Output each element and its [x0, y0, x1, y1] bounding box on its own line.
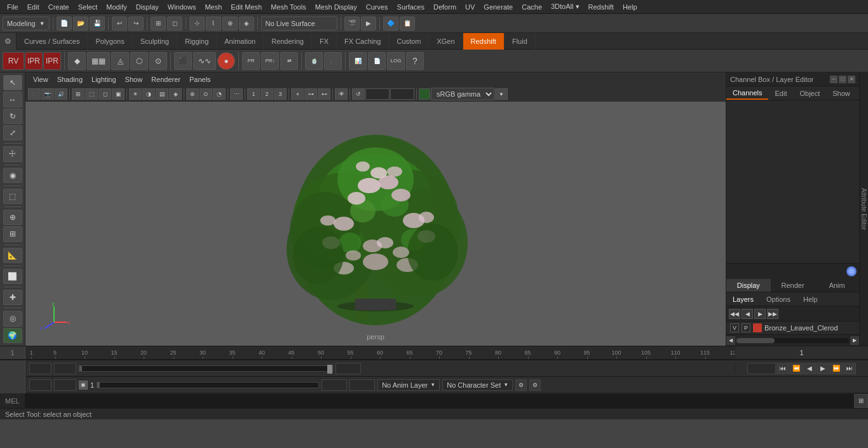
- end-frame-input[interactable]: 120: [322, 379, 347, 391]
- menu-file[interactable]: File: [3, 2, 23, 12]
- tab-rendering[interactable]: Rendering: [264, 33, 312, 50]
- tab-fx-caching[interactable]: FX Caching: [337, 33, 389, 50]
- snap-btn[interactable]: ⊕: [3, 210, 22, 225]
- channel-box-close[interactable]: ✕: [848, 76, 855, 83]
- render-settings-btn[interactable]: 🎬: [344, 17, 360, 31]
- step-forward-btn[interactable]: ⏩: [830, 363, 843, 374]
- vp-gamma-arrow[interactable]: ▼: [495, 88, 508, 100]
- scroll-thumb[interactable]: [736, 338, 775, 343]
- measure-btn[interactable]: 📐: [3, 248, 22, 263]
- vp-camera2-btn[interactable]: 📷: [41, 88, 54, 100]
- redo-btn[interactable]: ↪: [128, 17, 144, 31]
- menu-windows[interactable]: Windows: [163, 2, 201, 12]
- play-frame-input[interactable]: 1: [747, 363, 776, 374]
- second-frame-input1[interactable]: 1: [29, 379, 51, 391]
- scroll-track[interactable]: [736, 338, 849, 343]
- layers-tab-options[interactable]: Options: [760, 294, 797, 305]
- menu-mesh-display[interactable]: Mesh Display: [311, 2, 362, 12]
- current-frame-input[interactable]: 1: [29, 363, 51, 374]
- menu-3dtoall[interactable]: 3DtoAll ▾: [546, 1, 584, 12]
- tab-polygons[interactable]: Polygons: [88, 33, 132, 50]
- vp-camera-btn[interactable]: 🎥: [28, 88, 41, 100]
- attribute-editor-tab[interactable]: Attribute Editor: [859, 72, 868, 346]
- region-btn[interactable]: ⬜: [3, 269, 22, 284]
- snap-grid-btn[interactable]: ⊹: [189, 17, 205, 31]
- vp-xray-btn[interactable]: ⊕: [186, 88, 199, 100]
- frame-input2[interactable]: 1: [54, 363, 76, 374]
- marquee-btn[interactable]: ⬚: [3, 189, 22, 204]
- char-set-dropdown[interactable]: No Character Set ▼: [442, 379, 513, 391]
- scale-tool-btn[interactable]: ⤢: [3, 125, 22, 140]
- vp-shadow-btn[interactable]: ◑: [142, 88, 155, 100]
- render-btn[interactable]: ▶: [361, 17, 376, 31]
- vp-tex2-btn[interactable]: ◈: [169, 88, 182, 100]
- rs-log-btn[interactable]: LOG: [387, 52, 405, 70]
- play-forward-btn[interactable]: ▶: [817, 363, 829, 374]
- go-end-btn[interactable]: ⏭: [843, 363, 856, 374]
- second-progress-bar[interactable]: [97, 382, 319, 388]
- tab-fluid[interactable]: Fluid: [505, 33, 536, 50]
- tab-xgen[interactable]: XGen: [429, 33, 463, 50]
- gear-button[interactable]: ⚙: [0, 33, 17, 50]
- tab-redshift[interactable]: Redshift: [463, 33, 505, 50]
- disp-tab-anim[interactable]: Anim: [815, 279, 859, 292]
- menu-cache[interactable]: Cache: [517, 2, 546, 12]
- vp-grid-btn[interactable]: ⊞: [72, 88, 85, 100]
- vp-snap3-btn[interactable]: ⊷: [318, 88, 330, 100]
- snap-point-btn[interactable]: ⊕: [222, 17, 238, 31]
- layers-tab-layers[interactable]: Layers: [726, 294, 760, 305]
- menu-edit[interactable]: Edit: [23, 2, 44, 12]
- layer-visibility-btn[interactable]: V: [730, 323, 739, 332]
- channel-box-maximize[interactable]: □: [839, 76, 846, 83]
- vp-poly-btn[interactable]: ◻: [98, 88, 111, 100]
- menu-curves[interactable]: Curves: [362, 2, 393, 12]
- lasso-btn[interactable]: ◻: [167, 17, 182, 31]
- rs-pr2-btn[interactable]: PR↓: [261, 52, 279, 70]
- new-scene-btn[interactable]: 📄: [57, 17, 72, 31]
- channel-tab-edit[interactable]: Edit: [768, 88, 793, 99]
- menu-deform[interactable]: Deform: [429, 2, 461, 12]
- vp-snap2-btn[interactable]: ⊶: [304, 88, 317, 100]
- channel-tab-show[interactable]: Show: [826, 88, 857, 99]
- menu-generate[interactable]: Generate: [479, 2, 517, 12]
- layer-arrow-left1[interactable]: ◀◀: [729, 309, 740, 319]
- vp-coord1-input[interactable]: 0.00: [365, 88, 390, 100]
- menu-modify[interactable]: Modify: [102, 2, 131, 12]
- vp-res-high-btn[interactable]: 3: [274, 88, 287, 100]
- rs-cube-btn[interactable]: ⬛: [174, 52, 192, 70]
- tab-sculpting[interactable]: Sculpting: [133, 33, 177, 50]
- rs-icon3[interactable]: ◬: [111, 52, 129, 70]
- rs-icon5[interactable]: ⊙: [149, 52, 167, 70]
- vp-light-btn[interactable]: ☀: [129, 88, 142, 100]
- undo-btn[interactable]: ↩: [112, 17, 127, 31]
- layers-tab-help[interactable]: Help: [797, 294, 824, 305]
- layer-item[interactable]: V P Bronze_Leaved_Clerod: [726, 322, 859, 334]
- vp-iso-btn[interactable]: ◔: [213, 88, 226, 100]
- vp-coord2-input[interactable]: 1.00: [390, 88, 414, 100]
- vp-xray2-btn[interactable]: ⊙: [200, 88, 212, 100]
- move-tool-btn[interactable]: ↔: [3, 92, 22, 107]
- rs-render-view-btn[interactable]: RV: [3, 52, 24, 70]
- rs-icon4[interactable]: ⬡: [130, 52, 148, 70]
- vp-res-med-btn[interactable]: 2: [261, 88, 273, 100]
- script-input[interactable]: [25, 394, 854, 408]
- timeline-track[interactable]: 1510152025303540455055606570758085909510…: [25, 346, 735, 359]
- select-tool-left[interactable]: ↖: [3, 75, 22, 90]
- rs-mat1-btn[interactable]: 📊: [349, 52, 367, 70]
- vp-snap-btn[interactable]: ⌖: [291, 88, 304, 100]
- menu-select[interactable]: Select: [74, 2, 102, 12]
- vp-tex-btn[interactable]: ▤: [156, 88, 168, 100]
- vp-color-btn[interactable]: [419, 88, 430, 100]
- vp-res-low-btn[interactable]: 1: [247, 88, 260, 100]
- layer-arrow-right2[interactable]: ▶▶: [767, 309, 778, 319]
- scroll-left-btn[interactable]: ◀: [726, 336, 735, 345]
- tab-curves-surfaces[interactable]: Curves / Surfaces: [17, 33, 88, 50]
- play-back-btn[interactable]: ◀: [803, 363, 816, 374]
- layer-playback-btn[interactable]: P: [742, 323, 750, 332]
- snap-surface-btn[interactable]: ◈: [239, 17, 254, 31]
- vp-isolate-btn[interactable]: ⋯: [230, 88, 243, 100]
- rs-ipr2-btn[interactable]: IPR: [43, 52, 61, 70]
- rs-mat2-btn[interactable]: 📄: [368, 52, 386, 70]
- vp-menu-lighting[interactable]: Lighting: [88, 74, 120, 85]
- xray-btn[interactable]: ✚: [3, 290, 22, 305]
